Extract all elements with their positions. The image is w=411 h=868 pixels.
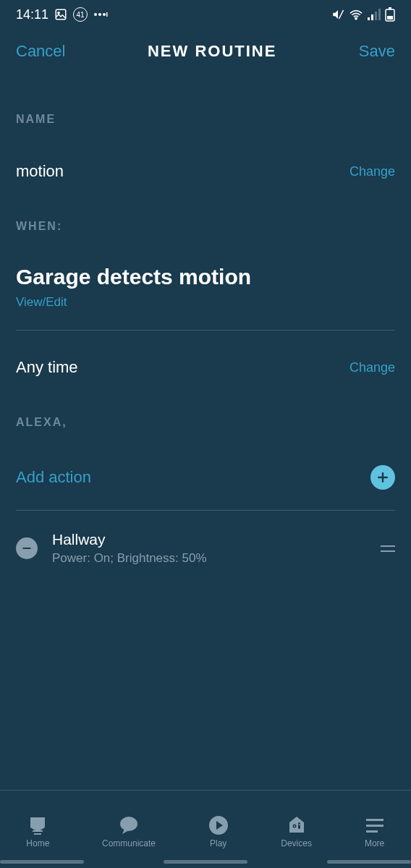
action-content[interactable]: Hallway Power: On; Brightness: 50% [52, 531, 366, 566]
gallery-icon [54, 8, 67, 21]
svg-rect-11 [378, 9, 381, 20]
svg-rect-5 [106, 12, 108, 17]
remove-action-button[interactable] [16, 537, 38, 559]
name-change-button[interactable]: Change [349, 164, 395, 179]
signal-icon [368, 9, 381, 20]
svg-rect-13 [387, 16, 393, 20]
content: NAME motion Change WHEN: Garage detects … [0, 113, 411, 566]
mute-icon [331, 8, 344, 21]
svg-line-6 [339, 10, 344, 19]
svg-rect-18 [33, 830, 43, 832]
home-indicator [0, 860, 411, 864]
action-title: Hallway [52, 531, 366, 548]
drag-handle-icon[interactable] [381, 545, 395, 552]
wifi-icon [349, 9, 363, 20]
anytime-row: Any time Change [16, 358, 395, 377]
battery-icon [385, 7, 395, 22]
view-edit-link[interactable]: View/Edit [16, 295, 395, 310]
nav-more[interactable]: More [365, 815, 385, 848]
nav-home[interactable]: Home [26, 815, 49, 848]
divider [16, 510, 395, 511]
when-section-label: WHEN: [16, 220, 395, 233]
svg-point-23 [294, 825, 295, 827]
svg-point-7 [355, 17, 357, 19]
svg-rect-24 [298, 822, 300, 829]
plus-icon[interactable] [370, 465, 395, 490]
bottom-nav: Home Communicate Play Devices More [0, 790, 411, 868]
alexa-section-label: ALEXA, [16, 416, 395, 429]
header: Cancel NEW ROUTINE Save [0, 29, 411, 74]
notification-badge-icon: 41 [73, 7, 88, 22]
status-time: 14:11 [16, 7, 48, 22]
save-button[interactable]: Save [359, 42, 395, 61]
status-bar: 14:11 41 [0, 0, 411, 29]
nav-devices[interactable]: Devices [281, 815, 312, 848]
svg-rect-26 [366, 819, 384, 821]
nav-more-label: More [365, 838, 384, 848]
nav-communicate-label: Communicate [102, 838, 156, 848]
name-row: motion Change [16, 162, 395, 181]
nav-devices-label: Devices [281, 838, 312, 848]
divider [16, 330, 395, 331]
svg-rect-27 [366, 825, 384, 827]
status-right [331, 7, 395, 22]
svg-rect-28 [366, 830, 378, 833]
action-row[interactable]: Hallway Power: On; Brightness: 50% [16, 531, 395, 566]
page-title: NEW ROUTINE [148, 42, 276, 61]
add-action-text[interactable]: Add action [16, 468, 91, 487]
more-icon [365, 815, 385, 835]
nav-play[interactable]: Play [208, 815, 229, 848]
svg-rect-14 [389, 7, 391, 9]
nav-play-label: Play [210, 838, 226, 848]
devices-icon [287, 815, 307, 835]
anytime-text: Any time [16, 358, 78, 377]
svg-point-4 [103, 13, 106, 16]
svg-point-3 [98, 13, 101, 16]
svg-point-25 [298, 824, 300, 825]
svg-rect-8 [368, 17, 370, 20]
action-subtitle: Power: On; Brightness: 50% [52, 551, 366, 566]
svg-rect-10 [375, 12, 377, 20]
communicate-icon [119, 815, 139, 835]
nav-home-label: Home [26, 838, 49, 848]
svg-rect-0 [56, 9, 66, 20]
svg-point-1 [58, 12, 59, 14]
play-icon [208, 815, 229, 835]
home-icon [27, 815, 48, 835]
anytime-change-button[interactable]: Change [349, 360, 395, 375]
svg-rect-19 [34, 833, 41, 835]
add-action-row[interactable]: Add action [16, 465, 395, 490]
name-section-label: NAME [16, 113, 395, 126]
cancel-button[interactable]: Cancel [16, 42, 65, 61]
svg-point-2 [94, 13, 97, 16]
more-dots-icon [93, 12, 108, 17]
nav-communicate[interactable]: Communicate [102, 815, 156, 848]
trigger-title: Garage detects motion [16, 265, 395, 289]
svg-rect-9 [371, 14, 373, 20]
routine-name-value: motion [16, 162, 64, 181]
svg-point-20 [120, 817, 137, 831]
status-left: 14:11 41 [16, 7, 108, 22]
